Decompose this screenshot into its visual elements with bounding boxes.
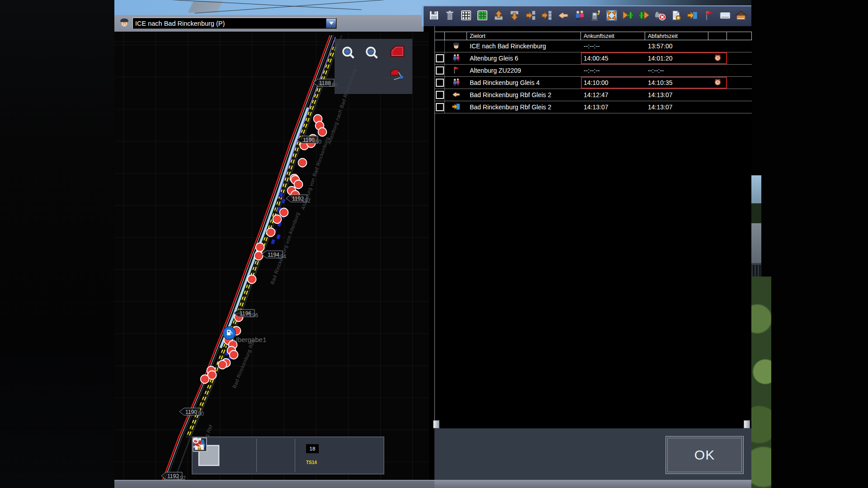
abfahrtszeit-cell: --:--:-- (645, 65, 708, 76)
table-row[interactable]: Bad Rinckenburg Gleis 4 14:10:00 14:10:3… (435, 77, 752, 89)
cab-large-button[interactable] (390, 44, 405, 60)
table-row[interactable]: Altenburg Gleis 6 14:00:45 14:01:20 (435, 52, 752, 65)
zielort-cell: Altenburg Gleis 6 (467, 52, 581, 64)
insert-after-toolbar-button[interactable] (525, 10, 537, 23)
flag-toolbar-button[interactable] (703, 10, 715, 23)
add-waypoint-alt-toolbar-button[interactable] (638, 10, 650, 23)
move-down-icon (509, 9, 520, 23)
schedule-settings-toolbar-button[interactable] (670, 10, 683, 23)
home-view-button[interactable] (276, 446, 294, 465)
table-header: ZielortAnkunftszeitAbfahrtszeit (435, 32, 752, 40)
ankunftszeit-cell: --:--:-- (581, 40, 645, 52)
scene-trees (751, 203, 761, 223)
remove-loco-toolbar-button[interactable] (654, 10, 666, 23)
scene-right-backdrop (751, 0, 868, 488)
delete-toolbar-button[interactable] (444, 10, 456, 23)
clock-cell (708, 52, 727, 64)
keypad-toolbar-button[interactable] (719, 10, 731, 23)
route-dropdown[interactable]: ICE nach Bad Rinckenburg (P) (132, 18, 337, 29)
passengers-icon (452, 53, 461, 64)
spare-cell (727, 40, 752, 52)
add-waypoint-icon (622, 9, 634, 23)
row-checkbox[interactable] (436, 66, 444, 75)
enter-depot-toolbar-button[interactable] (687, 10, 699, 23)
chevron-down-icon (329, 22, 334, 25)
uebergabe-label: Übergabe1 (233, 336, 266, 343)
add-waypoint-toolbar-button[interactable] (622, 10, 634, 23)
refuel-toolbar-button[interactable] (590, 10, 602, 23)
grid-green-toolbar-button[interactable] (476, 10, 488, 23)
scene-left-backdrop (0, 0, 114, 488)
row-checkbox[interactable] (436, 79, 444, 87)
signal-marker (218, 361, 227, 369)
row-checkbox[interactable] (436, 54, 444, 62)
signal-marker (273, 215, 282, 224)
row-checkbox-cell (435, 40, 445, 52)
col-header-ankunftszeit[interactable]: Ankunftszeit (581, 32, 645, 40)
track-map-canvas: Altenburg nach Bad RinckenburgAltenburg … (114, 32, 429, 484)
map-controls-bar: 30° 18 TS14 (192, 436, 384, 474)
signal-marker (318, 128, 327, 136)
hscroll-left-button[interactable] (433, 420, 439, 428)
svg-text:194: 194 (277, 253, 286, 260)
save-toolbar-button[interactable] (428, 10, 440, 23)
wagon-marker (281, 198, 286, 204)
row-checkbox[interactable] (436, 91, 444, 99)
ok-button-label: OK (694, 447, 715, 463)
zielort-cell: Bad Rinckenburg Rbf Gleis 2 (467, 89, 581, 101)
track-map[interactable]: Altenburg nach Bad RinckenburgAltenburg … (114, 32, 429, 484)
row-checkbox-cell (435, 89, 445, 101)
remove-loco-icon (654, 9, 666, 23)
grid-white-toolbar-button[interactable] (460, 10, 472, 23)
zoom-out-button[interactable] (364, 45, 380, 61)
ok-button[interactable]: OK (665, 436, 744, 474)
globe-view-button[interactable] (258, 446, 276, 465)
table-row[interactable]: Bad Rinckenburg Rbf Gleis 2 14:12:47 14:… (435, 89, 752, 101)
table-row[interactable]: Bad Rinckenburg Rbf Gleis 2 14:13:07 14:… (435, 101, 752, 113)
expand-toolbar-button[interactable] (606, 10, 618, 23)
scene-structure (114, 1, 304, 13)
insert-before-toolbar-button[interactable] (541, 10, 553, 23)
grid-size-value[interactable]: 18 (306, 444, 319, 453)
depot-icon (735, 9, 747, 23)
clock-icon[interactable] (713, 78, 722, 88)
enter-depot-icon (687, 9, 698, 23)
insert-after-icon (525, 9, 537, 23)
abfahrtszeit-cell: 13:57:00 (645, 40, 708, 52)
zoom-in-button[interactable] (341, 45, 356, 61)
clock-cell (708, 101, 727, 113)
col-header-zielort[interactable]: Zielort (467, 32, 581, 40)
row-type-icon (445, 101, 467, 113)
col-header-blank[interactable] (435, 32, 445, 40)
move-down-toolbar-button[interactable] (509, 10, 521, 23)
row-type-icon (445, 77, 467, 89)
depot-toolbar-button[interactable] (735, 10, 747, 23)
hscroll-right-button[interactable] (744, 420, 750, 428)
cab-small-button[interactable] (389, 67, 404, 82)
col-header-abfahrtszeit[interactable]: Abfahrtszeit (645, 32, 708, 40)
signal-marker (280, 208, 288, 217)
move-up-toolbar-button[interactable] (492, 10, 505, 23)
route-dropdown-value: ICE nach Bad Rinckenburg (P) (133, 20, 225, 27)
clock-cell (708, 77, 727, 89)
col-header-blank[interactable] (727, 32, 752, 40)
topbar: ICE nach Bad Rinckenburg (P) (114, 15, 424, 32)
rotate-view-button[interactable] (219, 446, 237, 465)
grid-white-icon (460, 9, 472, 23)
ankunftszeit-cell: 14:10:00 (581, 77, 645, 89)
passengers-toolbar-button[interactable] (573, 10, 585, 23)
col-header-blank[interactable] (708, 32, 727, 40)
scale-view-button[interactable] (237, 446, 255, 465)
table-row[interactable]: Altenburg ZU2209 --:--:-- --:--:-- (435, 65, 752, 77)
row-checkbox[interactable] (436, 103, 444, 111)
schedule-settings-icon (670, 9, 682, 23)
row-checkbox-cell (435, 77, 445, 89)
point-hand-toolbar-button[interactable] (557, 10, 569, 23)
dropdown-arrow-button[interactable] (326, 19, 336, 28)
clock-icon[interactable] (713, 53, 722, 63)
col-header-blank[interactable] (445, 32, 467, 40)
wagon-marker (271, 239, 275, 244)
flag-icon (452, 66, 461, 76)
map-zoom-panel (335, 39, 412, 94)
table-row[interactable]: ICE nach Bad Rinckenburg --:--:-- 13:57:… (435, 40, 752, 52)
